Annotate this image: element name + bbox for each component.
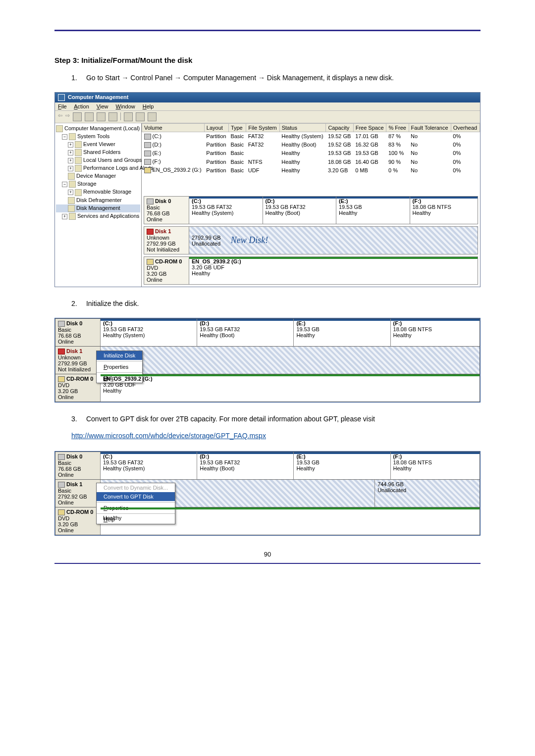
col-fault[interactable]: Fault Tolerance — [409, 123, 451, 132]
disk-row[interactable]: Disk 0 Basic 76.68 GB Online (C:)19.53 G… — [144, 196, 478, 224]
title-text: Computer Management — [68, 94, 128, 100]
partition-unallocated[interactable]: 2792.99 GB Unallocated New Disk! — [189, 227, 478, 254]
collapse-icon[interactable]: − — [62, 182, 67, 187]
cd-icon — [58, 509, 65, 515]
disk-row[interactable]: Disk 0 Basic76.68 GBOnline (C:)19.53 GB … — [55, 318, 480, 347]
disk-row[interactable]: Disk 1 Basic2792.92 GBOnline 744.96 GB U… — [55, 480, 480, 507]
table-row[interactable]: (D:)PartitionBasicFAT32Healthy (Boot)19.… — [142, 141, 480, 149]
menu-bar: FFileile Action View Window Help — [55, 102, 480, 111]
drive-icon — [144, 151, 151, 156]
tree-diskmgmt[interactable]: Disk Management — [56, 204, 140, 212]
menu-window[interactable]: Window — [116, 103, 135, 109]
partition-d[interactable]: (D:)19.53 GB FAT32Healthy (Boot) — [197, 319, 294, 346]
partition-c[interactable]: (C:)19.53 GB FAT32Healthy (System) — [101, 452, 197, 479]
expand-icon[interactable]: + — [68, 190, 73, 195]
menu-initialize-disk[interactable]: Initialize Disk — [97, 351, 142, 360]
tree-shared[interactable]: +Shared Folders — [56, 149, 140, 156]
gpt-faq-link[interactable]: http://www.microsoft.com/whdc/device/sto… — [71, 432, 266, 440]
services-icon — [69, 213, 76, 220]
partition-f[interactable]: (F:)18.08 GB NTFSHealthy — [410, 197, 478, 224]
table-row[interactable]: (C:)PartitionBasicFAT32Healthy (System)1… — [142, 132, 480, 141]
toolbar-icon[interactable] — [85, 112, 94, 121]
expand-icon[interactable]: + — [68, 158, 73, 163]
instr-text: Go to Start → Control Panel → Computer M… — [86, 74, 394, 82]
partition-cd[interactable]: EN_OS_2939.2 (G:)3.20 GB UDFHealthy — [189, 257, 478, 284]
toolbar-icon[interactable] — [124, 112, 133, 121]
table-row[interactable]: (E:)PartitionBasicHealthy19.53 GB19.53 G… — [142, 149, 480, 157]
toolbar-icon[interactable] — [148, 112, 157, 121]
toolbar-icon[interactable] — [108, 112, 117, 121]
disk-map: Disk 0 Basic 76.68 GB Online (C:)19.53 G… — [142, 194, 480, 287]
toolbar-icon[interactable] — [97, 112, 106, 121]
disk-icon — [147, 199, 154, 204]
tree-removable[interactable]: +Removable Storage — [56, 188, 140, 196]
toolbar-icon[interactable] — [136, 112, 145, 121]
disk-row[interactable]: Disk 1 Unknown 2792.99 GB Not Initialize… — [144, 226, 478, 254]
menu-view[interactable]: View — [97, 103, 108, 109]
expand-icon[interactable]: + — [68, 150, 73, 155]
partition-f[interactable]: (F:)18.08 GB NTFSHealthy — [391, 452, 480, 479]
menu-help[interactable]: Help — [143, 103, 154, 109]
tree-local[interactable]: +Local Users and Groups — [56, 156, 140, 164]
col-type[interactable]: Type — [228, 123, 246, 132]
disk-header: Disk 0 Basic76.68 GBOnline — [55, 452, 101, 479]
col-fs[interactable]: File System — [246, 123, 279, 132]
menu-convert-gpt[interactable]: Convert to GPT Disk — [97, 492, 175, 501]
col-overhead[interactable]: Overhead — [451, 123, 480, 132]
tree-services[interactable]: +Services and Applications — [56, 212, 140, 220]
col-capacity[interactable]: Capacity — [326, 123, 353, 132]
partition-c[interactable]: (C:)19.53 GB FAT32Healthy (System) — [101, 319, 197, 346]
partition-e[interactable]: (E:)19.53 GBHealthy — [294, 452, 390, 479]
toolbar-icon[interactable] — [73, 112, 82, 121]
step-title: Step 3: Initialize/Format/Mount the disk — [54, 56, 481, 64]
col-volume[interactable]: Volume — [142, 123, 205, 132]
disk-header: Disk 1 Unknown 2792.99 GB Not Initialize… — [144, 227, 189, 254]
partition-f[interactable]: (F:)18.08 GB NTFSHealthy — [391, 319, 480, 346]
partition-e[interactable]: (E:)19.53 GBHealthy — [336, 197, 410, 224]
partition-e[interactable]: (E:)19.53 GBHealthy — [294, 319, 390, 346]
forward-icon[interactable]: ⇨ — [65, 112, 70, 121]
disk-row[interactable]: CD-ROM 0 DVD3.20 GBOnline EN_OS_2939.2 (… — [55, 374, 480, 402]
instr-num: 3. — [71, 414, 84, 424]
partition-cd[interactable]: Healthy — [101, 507, 480, 535]
tree-root[interactable]: Computer Management (Local) — [56, 125, 140, 133]
col-pct[interactable]: % Free — [386, 123, 409, 132]
expand-icon[interactable]: + — [62, 214, 67, 219]
tree-systools[interactable]: −System Tools — [56, 133, 140, 141]
col-layout[interactable]: Layout — [204, 123, 228, 132]
disk-row[interactable]: CD-ROM 0 DVD3.20 GBOnline Healthy — [55, 507, 480, 535]
menu-properties[interactable]: Properties — [97, 362, 142, 371]
instr-num: 1. — [71, 73, 84, 83]
menu-file[interactable]: FFileile — [58, 103, 67, 109]
disk-row[interactable]: Disk 1 Unknown2792.99 GBNot Initialized … — [55, 347, 480, 374]
instruction-1: 1. Go to Start → Control Panel → Compute… — [71, 73, 481, 83]
menu-action[interactable]: Action — [74, 103, 89, 109]
tree-perf[interactable]: +Performance Logs and Alerts — [56, 164, 140, 172]
table-row[interactable]: EN_OS_2939.2 (G:)PartitionBasicUDFHealth… — [142, 166, 480, 174]
defrag-icon — [68, 197, 75, 204]
cd-icon — [144, 167, 151, 173]
disk-header: Disk 0 Basic 76.68 GB Online — [144, 197, 189, 224]
disk-row[interactable]: Disk 0 Basic76.68 GBOnline (C:)19.53 GB … — [55, 452, 480, 480]
tree-storage[interactable]: −Storage — [56, 180, 140, 188]
tree-defrag[interactable]: Disk Defragmenter — [56, 197, 140, 204]
collapse-icon[interactable]: − — [62, 134, 67, 140]
expand-icon[interactable]: + — [68, 166, 73, 171]
partition-unallocated[interactable]: 744.96 GB Unallocated — [375, 480, 480, 507]
back-icon[interactable]: ⇦ — [58, 112, 62, 121]
table-row[interactable]: (F:)PartitionBasicNTFSHealthy18.08 GB16.… — [142, 157, 480, 166]
tree-event[interactable]: +Event Viewer — [56, 141, 140, 149]
partition-d[interactable]: (D:)19.53 GB FAT32Healthy (Boot) — [263, 197, 337, 224]
partition-c[interactable]: (C:)19.53 GB FAT32Healthy (System) — [189, 197, 263, 224]
partition-unallocated[interactable] — [101, 347, 480, 374]
col-status[interactable]: Status — [279, 123, 326, 132]
expand-icon[interactable]: + — [68, 142, 73, 148]
disk-header: CD-ROM 0 DVD3.20 GBOnline — [55, 507, 101, 535]
disk-row[interactable]: CD-ROM 0 DVD 3.20 GB Online EN_OS_2939.2… — [144, 256, 478, 285]
cd-icon — [147, 259, 154, 265]
partition-cd[interactable]: EN_OS_2939.2 (G:)3.20 GB UDFHealthy — [101, 374, 480, 402]
partition-d[interactable]: (D:)19.53 GB FAT32Healthy (Boot) — [197, 452, 294, 479]
col-free[interactable]: Free Space — [353, 123, 386, 132]
convert-gpt-screenshot: Disk 0 Basic76.68 GBOnline (C:)19.53 GB … — [54, 451, 481, 536]
tree-devmgr[interactable]: Device Manager — [56, 172, 140, 180]
